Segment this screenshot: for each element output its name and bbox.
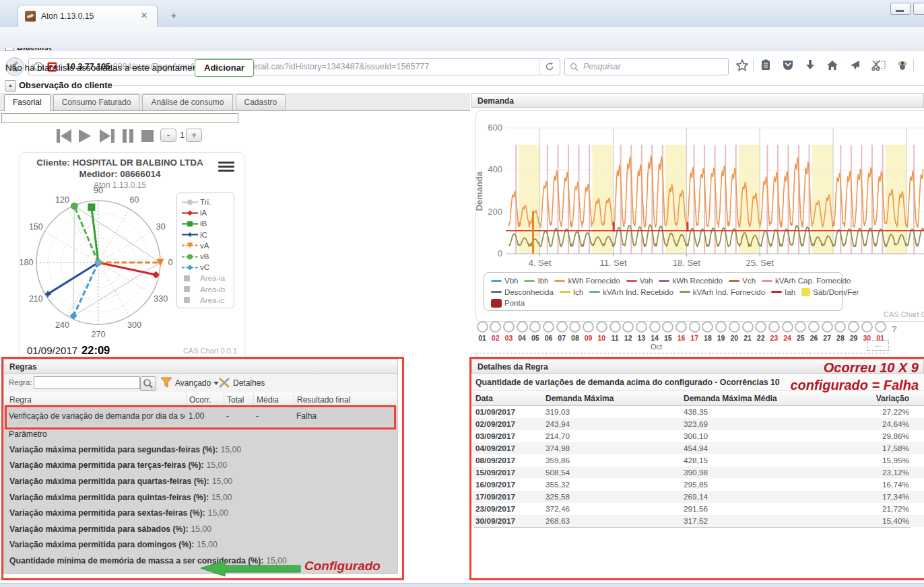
day-circle[interactable] bbox=[768, 321, 780, 333]
phasor-legend-item[interactable]: vC bbox=[182, 262, 234, 273]
tab-fasorial[interactable]: Fasorial bbox=[4, 94, 51, 111]
day-selector-17[interactable]: 17 bbox=[688, 321, 701, 342]
day-circle[interactable] bbox=[490, 321, 501, 333]
tools-icon[interactable] bbox=[218, 377, 230, 388]
home-icon[interactable] bbox=[826, 59, 840, 72]
browser-tab[interactable]: Aton 1.13.0.15 ✕ bbox=[18, 5, 158, 28]
day-circle[interactable] bbox=[702, 321, 713, 333]
day-selector-30[interactable]: 30 bbox=[860, 321, 873, 342]
regra-search-button[interactable] bbox=[140, 376, 156, 391]
rule-row-selected[interactable]: Verificação de variação de demanda por d… bbox=[3, 407, 398, 425]
day-circle[interactable] bbox=[556, 321, 568, 333]
phasor-legend-item[interactable]: Area-ic bbox=[182, 295, 234, 306]
phasor-legend-item[interactable]: iB bbox=[182, 218, 234, 229]
day-circle[interactable] bbox=[715, 321, 727, 333]
day-selector-13[interactable]: 13 bbox=[634, 321, 648, 342]
day-selector-26[interactable]: 26 bbox=[807, 321, 821, 342]
day-selector-02[interactable]: 02 bbox=[489, 321, 502, 342]
phasor-legend-item[interactable]: Tri. bbox=[182, 197, 234, 207]
day-selector-28[interactable]: 28 bbox=[834, 321, 847, 342]
tab-analise-consumo[interactable]: Análise de consumo bbox=[142, 94, 232, 110]
demanda-legend-item[interactable]: Ponta bbox=[491, 299, 525, 308]
blacklist-checkbox[interactable] bbox=[5, 48, 13, 51]
day-circle[interactable] bbox=[622, 321, 634, 333]
skip-start-button[interactable] bbox=[55, 128, 74, 144]
day-circle[interactable] bbox=[477, 321, 488, 333]
day-selector-10[interactable]: 10 bbox=[595, 321, 608, 342]
demanda-legend-item[interactable]: Vch bbox=[729, 277, 756, 285]
day-circle[interactable] bbox=[636, 321, 647, 333]
phasor-legend-item[interactable]: vB bbox=[182, 251, 234, 262]
speed-minus-button[interactable]: - bbox=[160, 129, 176, 142]
day-selector-27[interactable]: 27 bbox=[820, 321, 834, 342]
day-selector-06[interactable]: 06 bbox=[542, 321, 556, 342]
play-button[interactable] bbox=[77, 128, 96, 144]
bookmark-star-icon[interactable] bbox=[735, 59, 750, 72]
day-circle[interactable] bbox=[649, 321, 661, 333]
day-circle[interactable] bbox=[609, 321, 621, 333]
day-selector-more[interactable]: ... bbox=[867, 340, 889, 351]
downloads-icon[interactable] bbox=[803, 59, 818, 72]
pocket-icon[interactable] bbox=[781, 59, 796, 72]
demanda-legend-item[interactable]: Iah bbox=[771, 288, 795, 296]
day-circle[interactable] bbox=[755, 321, 766, 333]
phasor-legend-item[interactable]: Area-ia bbox=[182, 273, 234, 283]
day-selector-22[interactable]: 22 bbox=[754, 321, 768, 342]
day-selector-01[interactable]: 01 bbox=[475, 321, 489, 342]
day-circle[interactable] bbox=[848, 321, 859, 333]
day-circle[interactable] bbox=[834, 321, 846, 333]
day-selector-15[interactable]: 15 bbox=[661, 321, 675, 342]
bookmarks-menu-icon[interactable] bbox=[759, 59, 774, 72]
day-circle[interactable] bbox=[875, 321, 886, 333]
day-selector-04[interactable]: 04 bbox=[515, 321, 529, 342]
demanda-legend-item[interactable]: kVArh Cap. Fornecido bbox=[762, 277, 851, 285]
tab-cadastro[interactable]: Cadastro bbox=[236, 94, 286, 110]
collapse-toggle-icon[interactable]: ▲ bbox=[5, 80, 16, 92]
day-selector-07[interactable]: 07 bbox=[555, 321, 568, 342]
send-tab-icon[interactable] bbox=[848, 59, 863, 72]
search-input[interactable] bbox=[582, 61, 728, 72]
regra-search-input[interactable] bbox=[34, 376, 140, 389]
day-circle[interactable] bbox=[782, 321, 793, 333]
day-circle[interactable] bbox=[596, 321, 607, 333]
reload-button[interactable] bbox=[539, 59, 560, 75]
day-circle[interactable] bbox=[861, 321, 873, 333]
day-selector-08[interactable]: 08 bbox=[568, 321, 582, 342]
timeline-slider[interactable] bbox=[1, 113, 238, 123]
day-circle[interactable] bbox=[742, 321, 754, 333]
demanda-legend-item[interactable]: kVArh Ind. Fornecido bbox=[680, 288, 765, 296]
day-circle[interactable] bbox=[503, 321, 515, 333]
speed-plus-button[interactable]: + bbox=[186, 129, 202, 142]
demanda-legend-item[interactable]: Ibh bbox=[524, 277, 548, 285]
stop-button[interactable] bbox=[140, 128, 159, 144]
phasor-legend-item[interactable]: iA bbox=[182, 207, 234, 218]
day-selector-11[interactable]: 11 bbox=[608, 321, 622, 342]
demanda-legend-item[interactable]: Ich bbox=[560, 288, 583, 296]
day-circle[interactable] bbox=[795, 321, 806, 333]
search-box[interactable] bbox=[564, 58, 729, 75]
day-selector-05[interactable]: 05 bbox=[529, 321, 542, 342]
day-circle[interactable] bbox=[543, 321, 554, 333]
tab-close-icon[interactable]: ✕ bbox=[141, 11, 147, 20]
day-selector-24[interactable]: 24 bbox=[781, 321, 794, 342]
day-circle[interactable] bbox=[517, 321, 528, 333]
details-button[interactable]: Detalhes bbox=[233, 378, 265, 388]
demanda-legend-item[interactable]: Vbh bbox=[491, 277, 518, 285]
day-selector-21[interactable]: 21 bbox=[741, 321, 754, 342]
day-selector-23[interactable]: 23 bbox=[767, 321, 781, 342]
day-circle[interactable] bbox=[675, 321, 687, 333]
advanced-dropdown[interactable]: Avançado bbox=[175, 378, 219, 388]
screenshot-scissors-icon[interactable] bbox=[871, 59, 886, 72]
demanda-legend-item[interactable]: Sáb/Dom/Fer bbox=[801, 288, 859, 296]
day-selector-01[interactable]: 01 bbox=[873, 321, 887, 342]
phasor-legend-item[interactable]: vA bbox=[182, 240, 234, 251]
new-tab-button[interactable]: + bbox=[164, 8, 183, 23]
window-minimize-button[interactable] bbox=[890, 3, 911, 15]
day-circle[interactable] bbox=[529, 321, 541, 333]
day-selector-18[interactable]: 18 bbox=[701, 321, 715, 342]
day-selector-12[interactable]: 12 bbox=[622, 321, 635, 342]
tab-consumo-faturado[interactable]: Consumo Faturado bbox=[53, 94, 140, 110]
day-circle[interactable] bbox=[689, 321, 700, 333]
day-selector-03[interactable]: 03 bbox=[502, 321, 515, 342]
day-selector-19[interactable]: 19 bbox=[715, 321, 728, 342]
